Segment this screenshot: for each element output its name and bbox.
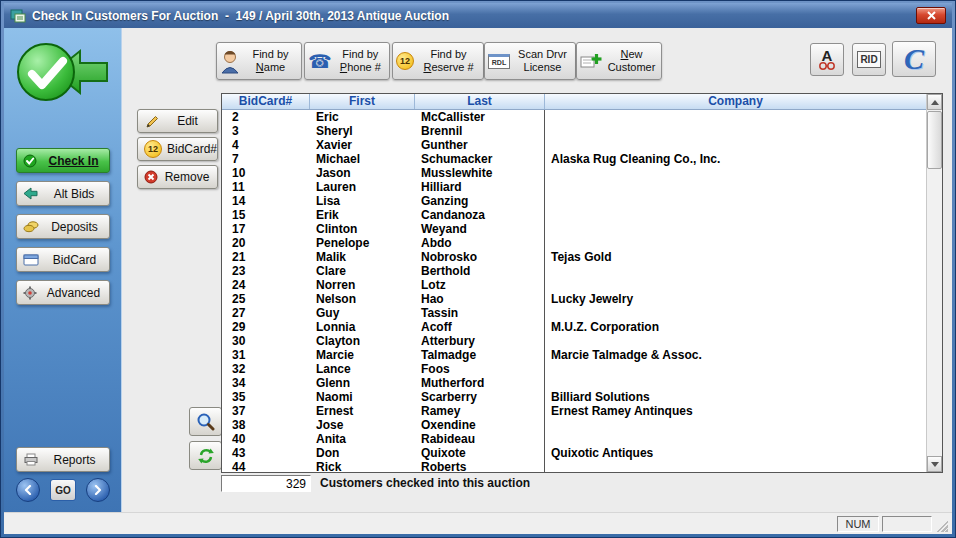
header-bidcard[interactable]: BidCard# [222, 94, 310, 109]
table-row[interactable]: 15 Erik Candanoza [222, 208, 926, 222]
table-row[interactable]: 17 Clinton Weyand [222, 222, 926, 236]
cell-bidcard: 25 [222, 292, 310, 306]
font-lookup-button[interactable]: A [810, 43, 844, 76]
edit-button[interactable]: Edit [137, 109, 218, 133]
table-row[interactable]: 40 Anita Rabideau [222, 432, 926, 446]
table-row[interactable]: 11 Lauren Hilliard [222, 180, 926, 194]
cell-first: Naomi [310, 390, 415, 404]
cell-last: Atterbury [415, 334, 545, 348]
vertical-scrollbar[interactable] [926, 94, 942, 472]
sidebar-button-advanced[interactable]: Advanced [16, 280, 110, 305]
checkin-emblem-icon [12, 34, 112, 116]
cell-bidcard: 43 [222, 446, 310, 460]
back-button[interactable] [16, 478, 40, 502]
remove-button[interactable]: Remove [137, 165, 218, 189]
table-row[interactable]: 24 Norren Lotz [222, 278, 926, 292]
cell-company [545, 362, 926, 376]
scrollbar-thumb[interactable] [927, 111, 942, 169]
scroll-up-button[interactable] [927, 94, 942, 110]
close-button[interactable] [916, 7, 946, 24]
cell-first: Lauren [310, 180, 415, 194]
letter-a-glasses-icon: A [815, 48, 839, 72]
printer-icon [23, 453, 39, 466]
table-row[interactable]: 43 Don Quixote Quixotic Antiques [222, 446, 926, 460]
table-row[interactable]: 29 Lonnia Acoff M.U.Z. Corporation [222, 320, 926, 334]
resize-grip[interactable] [935, 519, 948, 532]
sidebar-button-check-in[interactable]: Check In [16, 148, 110, 173]
cell-company: Ernest Ramey Antinques [545, 404, 926, 418]
cell-last: Hilliard [415, 180, 545, 194]
table-row[interactable]: 31 Marcie Talmadge Marcie Talmadge & Ass… [222, 348, 926, 362]
cell-first: Michael [310, 152, 415, 166]
table-row[interactable]: 10 Jason Musslewhite [222, 166, 926, 180]
cell-bidcard: 23 [222, 264, 310, 278]
header-company[interactable]: Company [545, 94, 926, 109]
table-row[interactable]: 7 Michael Schumacker Alaska Rug Cleaning… [222, 152, 926, 166]
table-row[interactable]: 21 Malik Nobrosko Tejas Gold [222, 250, 926, 264]
find-by-phone-button[interactable]: ☎ Find by Phone # [304, 42, 390, 80]
cell-last: Berthold [415, 264, 545, 278]
cell-company [545, 208, 926, 222]
sidebar-button-deposits[interactable]: Deposits [16, 214, 110, 239]
sidebar-button-alt-bids[interactable]: Alt Bids [16, 181, 110, 206]
cell-company [545, 236, 926, 250]
find-by-reserve-button[interactable]: 12 Find by Reserve # [392, 42, 484, 80]
forward-button[interactable] [86, 478, 110, 502]
cell-bidcard: 2 [222, 110, 310, 124]
cell-first: Clare [310, 264, 415, 278]
bidcard-number-badge-icon: 12 [144, 140, 162, 158]
sidebar-button-bidcard[interactable]: BidCard [16, 247, 110, 272]
scroll-down-button[interactable] [927, 456, 942, 472]
deposits-label: Deposits [44, 220, 105, 234]
table-row[interactable]: 27 Guy Tassin [222, 306, 926, 320]
table-body: 2 Eric McCallister 3 Sheryl Brennil 4 [222, 110, 926, 472]
table-row[interactable]: 20 Penelope Abdo [222, 236, 926, 250]
card-icon [23, 254, 39, 266]
search-button[interactable] [189, 407, 222, 436]
table-row[interactable]: 30 Clayton Atterbury [222, 334, 926, 348]
cell-first: Jose [310, 418, 415, 432]
header-first[interactable]: First [310, 94, 415, 109]
refresh-button[interactable] [189, 441, 222, 470]
scan-license-label-1: Scan Drvr [513, 48, 572, 61]
cell-bidcard: 35 [222, 390, 310, 404]
table-row[interactable]: 23 Clare Berthold [222, 264, 926, 278]
cell-last: Musslewhite [415, 166, 545, 180]
cell-last: Ganzing [415, 194, 545, 208]
table-row[interactable]: 44 Rick Roberts [222, 460, 926, 472]
table-row[interactable]: 14 Lisa Ganzing [222, 194, 926, 208]
cell-bidcard: 32 [222, 362, 310, 376]
find-by-name-button[interactable]: Find by Name [216, 42, 302, 80]
new-customer-button[interactable]: New Customer [576, 42, 662, 80]
table-row[interactable]: 32 Lance Foos [222, 362, 926, 376]
cell-first: Sheryl [310, 124, 415, 138]
brand-logo-button[interactable]: C [892, 41, 936, 77]
cell-company [545, 166, 926, 180]
triangle-up-icon [931, 100, 939, 105]
left-arrow-icon [23, 187, 38, 200]
scan-license-button[interactable]: RDL Scan Drvr License [484, 42, 576, 80]
cell-company: M.U.Z. Corporation [545, 320, 926, 334]
bidcard-number-button[interactable]: 12 BidCard# [137, 137, 218, 161]
remove-x-icon [144, 170, 158, 184]
table-row[interactable]: 4 Xavier Gunther [222, 138, 926, 152]
table-row[interactable]: 35 Naomi Scarberry Billiard Solutions [222, 390, 926, 404]
rid-button[interactable]: RID [852, 43, 886, 76]
cell-last: Brennil [415, 124, 545, 138]
bidcard-number-label: BidCard# [167, 142, 217, 156]
header-last[interactable]: Last [415, 94, 545, 109]
table-row[interactable]: 3 Sheryl Brennil [222, 124, 926, 138]
status-pane [882, 516, 932, 532]
cell-first: Rick [310, 460, 415, 472]
table-row[interactable]: 34 Glenn Mutherford [222, 376, 926, 390]
go-button[interactable]: GO [50, 479, 76, 501]
check-in-label: Check In [42, 154, 105, 168]
table-row[interactable]: 25 Nelson Hao Lucky Jewelry [222, 292, 926, 306]
cell-first: Erik [310, 208, 415, 222]
table-row[interactable]: 37 Ernest Ramey Ernest Ramey Antinques [222, 404, 926, 418]
sidebar-button-reports[interactable]: Reports [16, 447, 110, 472]
cell-company [545, 138, 926, 152]
cell-first: Jason [310, 166, 415, 180]
table-row[interactable]: 38 Jose Oxendine [222, 418, 926, 432]
table-row[interactable]: 2 Eric McCallister [222, 110, 926, 124]
